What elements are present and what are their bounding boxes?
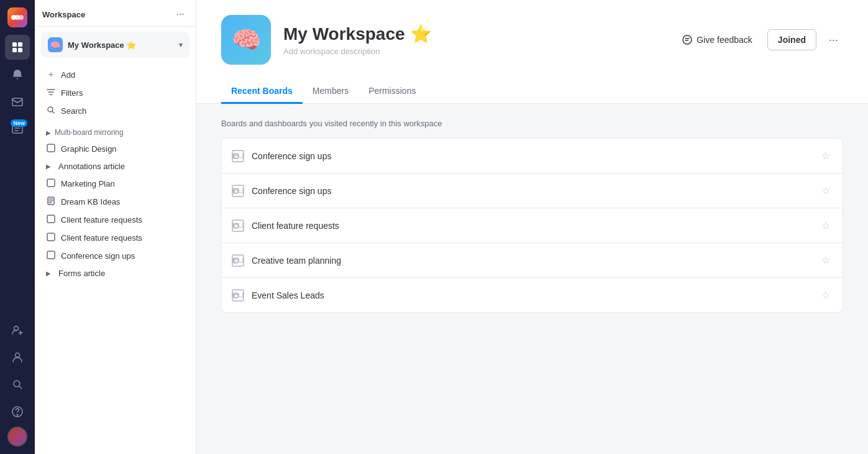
svg-rect-20 (234, 154, 239, 159)
sidebar-item-conference-sign-ups[interactable]: Conference sign ups (40, 247, 191, 265)
sidebar-item-dream-kb-ideas[interactable]: Dream KB Ideas (40, 193, 191, 211)
board-type-icon (232, 254, 244, 267)
svg-rect-5 (12, 48, 17, 52)
board-name: Creative team planning (252, 256, 811, 266)
main-content: 🧠 My Workspace ⭐ Add workspace descripti… (196, 0, 868, 454)
workspace-info: My Workspace ⭐ Add workspace description (283, 24, 662, 56)
board-type-icon (232, 289, 244, 302)
board-icon (46, 251, 56, 261)
nav-new[interactable]: New (5, 117, 30, 142)
add-icon: ＋ (46, 69, 56, 80)
board-name: Event Sales Leads (252, 290, 811, 300)
sidebar-item-label: Annotations article (58, 162, 125, 171)
workspace-selector-name: My Workspace ⭐ (68, 40, 174, 50)
sidebar-section-label: Multi-board mirroring (55, 128, 124, 137)
board-item[interactable]: Client feature requests ☆ (222, 208, 843, 243)
joined-button[interactable]: Joined (767, 29, 816, 50)
sidebar-header: Workspace ··· (35, 0, 196, 27)
sidebar-item-multi-board[interactable]: ▶ Multi-board mirroring (40, 125, 191, 140)
nav-help[interactable] (5, 399, 30, 424)
board-type-icon (232, 185, 244, 197)
board-item[interactable]: Creative team planning ☆ (222, 243, 843, 278)
nav-home[interactable] (5, 35, 30, 60)
workspace-description[interactable]: Add workspace description (283, 47, 662, 56)
sidebar-item-annotations-article[interactable]: ▶ Annotations article (40, 158, 191, 175)
workspace-header-top: 🧠 My Workspace ⭐ Add workspace descripti… (221, 15, 843, 75)
sidebar-item-client-feature-requests-1[interactable]: Client feature requests (40, 211, 191, 229)
expand-icon: ▶ (46, 270, 53, 277)
sidebar-item-label: Client feature requests (61, 233, 142, 243)
board-icon (46, 144, 56, 154)
workspace-selector-icon: 🧠 (48, 37, 63, 52)
board-type-icon (232, 220, 244, 232)
workspace-actions: Give feedback Joined ··· (674, 29, 843, 50)
nav-invite[interactable] (5, 317, 30, 342)
svg-rect-19 (47, 251, 55, 259)
new-badge: New (11, 119, 27, 127)
svg-rect-4 (18, 42, 22, 47)
board-icon (46, 215, 56, 225)
avatar-image (9, 428, 26, 445)
workspace-selector-chevron: ▾ (179, 40, 183, 49)
feedback-icon (682, 34, 693, 45)
workspace-selector[interactable]: 🧠 My Workspace ⭐ ▾ (41, 32, 190, 58)
nav-inbox[interactable] (5, 90, 30, 114)
sidebar-item-label: Forms article (58, 269, 105, 278)
svg-rect-17 (47, 215, 55, 223)
app-logo[interactable] (7, 7, 27, 27)
sidebar-search-label: Search (61, 106, 86, 116)
sidebar-item-label: Graphic Design (61, 144, 117, 154)
svg-point-9 (16, 353, 20, 358)
tab-members[interactable]: Members (303, 80, 359, 104)
sidebar-item-marketing-plan[interactable]: Marketing Plan (40, 175, 191, 193)
user-avatar[interactable] (7, 427, 27, 447)
board-star-button[interactable]: ☆ (819, 182, 833, 199)
sidebar-add-button[interactable]: ＋ Add (40, 65, 191, 84)
sidebar-item-graphic-design[interactable]: Graphic Design (40, 140, 191, 158)
board-name: Conference sign ups (252, 186, 811, 196)
sidebar-actions: ＋ Add Filters Search (35, 63, 196, 123)
sidebar-filters-button[interactable]: Filters (40, 84, 191, 102)
board-name: Conference sign ups (252, 151, 811, 161)
sidebar-item-forms-article[interactable]: ▶ Forms article (40, 265, 191, 282)
search-icon (46, 106, 56, 116)
expand-icon: ▶ (46, 129, 51, 136)
svg-point-12 (17, 414, 18, 415)
board-star-button[interactable]: ☆ (819, 252, 833, 269)
sidebar-item-label: Marketing Plan (61, 179, 115, 188)
workspace-header: 🧠 My Workspace ⭐ Add workspace descripti… (196, 0, 868, 104)
board-star-button[interactable]: ☆ (819, 147, 833, 164)
board-star-button[interactable]: ☆ (819, 287, 833, 303)
give-feedback-button[interactable]: Give feedback (674, 29, 760, 50)
tab-permissions[interactable]: Permissions (359, 80, 426, 104)
sidebar-more-button[interactable]: ··· (173, 7, 188, 21)
icon-bar: New (0, 0, 35, 454)
nav-people[interactable] (5, 345, 30, 369)
board-item[interactable]: Conference sign ups ☆ (222, 174, 843, 208)
expand-icon: ▶ (46, 163, 53, 170)
svg-rect-18 (47, 233, 55, 241)
boards-list: Conference sign ups ☆ Conference sign up… (221, 138, 843, 313)
sidebar-item-label: Conference sign ups (61, 251, 135, 261)
board-item[interactable]: Event Sales Leads ☆ (222, 278, 843, 312)
board-item[interactable]: Conference sign ups ☆ (222, 139, 843, 174)
workspace-tabs: Recent Boards Members Permissions (221, 80, 843, 103)
filters-icon (46, 88, 56, 98)
board-icon (46, 178, 56, 189)
doc-icon (46, 197, 56, 207)
workspace-title-emoji: ⭐ (410, 24, 432, 44)
recent-boards-subtitle: Boards and dashboards you visited recent… (221, 119, 843, 128)
nav-search[interactable] (5, 372, 30, 397)
nav-notifications[interactable] (5, 62, 30, 87)
workspace-title: My Workspace ⭐ (283, 24, 662, 44)
give-feedback-label: Give feedback (697, 35, 752, 45)
board-star-button[interactable]: ☆ (819, 217, 833, 234)
sidebar-search-button[interactable]: Search (40, 102, 191, 120)
sidebar-header-title: Workspace (42, 10, 85, 19)
sidebar: Workspace ··· 🧠 My Workspace ⭐ ▾ ＋ Add F… (35, 0, 196, 454)
svg-rect-6 (18, 48, 22, 52)
svg-rect-24 (234, 293, 239, 298)
workspace-more-button[interactable]: ··· (824, 30, 843, 50)
sidebar-item-client-feature-requests-2[interactable]: Client feature requests (40, 229, 191, 247)
tab-recent-boards[interactable]: Recent Boards (221, 80, 303, 104)
